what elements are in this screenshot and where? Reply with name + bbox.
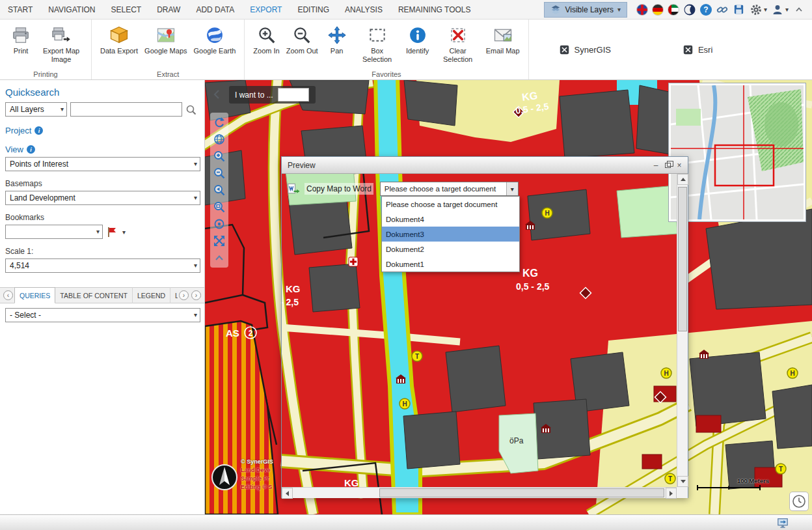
map-label-as-number: 2 bbox=[249, 329, 253, 338]
basemap-select[interactable]: Land Development ▾ bbox=[5, 191, 200, 205]
preview-hscrollbar[interactable] bbox=[282, 487, 677, 498]
zoom-window-icon[interactable] bbox=[211, 200, 227, 214]
settings-menu-button[interactable]: ▾ bbox=[750, 3, 767, 16]
pan-button[interactable]: Pan bbox=[321, 22, 353, 57]
language-flag-uk-icon[interactable] bbox=[636, 4, 648, 16]
tab-queries[interactable]: QUERIES bbox=[14, 287, 55, 303]
hscroll-thumb[interactable] bbox=[379, 488, 664, 497]
center-map-icon[interactable] bbox=[211, 217, 227, 231]
query-select[interactable]: - Select - ▾ bbox=[5, 308, 200, 322]
zoom-in-button[interactable]: Zoom In bbox=[250, 22, 282, 57]
zoom-in-map-icon[interactable] bbox=[211, 149, 227, 163]
esri-brand[interactable]: Esri bbox=[683, 44, 712, 55]
collapse-ribbon-icon[interactable] bbox=[792, 3, 805, 16]
info-icon[interactable]: i bbox=[34, 126, 43, 135]
menu-item-navigation[interactable]: NAVIGATION bbox=[40, 0, 103, 20]
layer-filter-select[interactable]: All Layers ▾ bbox=[5, 102, 67, 117]
user-menu-button[interactable]: ▾ bbox=[771, 3, 789, 16]
preview-vscrollbar[interactable] bbox=[677, 174, 688, 487]
rotate-icon[interactable] bbox=[211, 115, 227, 130]
preview-titlebar[interactable]: Preview – × bbox=[282, 157, 688, 174]
google-earth-icon bbox=[205, 23, 224, 47]
group-label-extract: Extract bbox=[92, 70, 244, 78]
globe-icon[interactable] bbox=[211, 132, 227, 146]
tool-label: Print bbox=[14, 47, 29, 55]
menu-item-editing[interactable]: EDITING bbox=[290, 0, 337, 20]
data-export-button[interactable]: Data Export bbox=[97, 22, 141, 57]
view-select[interactable]: Points of Interest ▾ bbox=[5, 157, 200, 171]
identify-button[interactable]: Identify bbox=[402, 22, 433, 57]
overview-map[interactable] bbox=[669, 83, 805, 221]
clear-selection-button[interactable]: Clear Selection bbox=[433, 22, 483, 64]
collapse-toolbar-icon[interactable] bbox=[211, 251, 227, 265]
map-copyright: © SynerGISLand DeveSample PrEditing © S bbox=[241, 458, 273, 492]
box-selection-button[interactable]: Box Selection bbox=[353, 22, 402, 64]
map-area[interactable]: H H H H T T T KG 0,5 - 2,5 KG 0,5 - 2,5 … bbox=[205, 80, 812, 514]
bookmarks-select[interactable]: ▾ bbox=[5, 225, 103, 239]
night-mode-icon[interactable] bbox=[683, 3, 696, 16]
visible-layers-button[interactable]: Visible Layers ▾ bbox=[544, 2, 627, 18]
google-earth-button[interactable]: Google Earth bbox=[191, 22, 239, 57]
target-document-option-dokument1[interactable]: Dokument1 bbox=[382, 257, 519, 272]
search-icon[interactable] bbox=[185, 104, 196, 115]
vscroll-thumb[interactable] bbox=[678, 187, 687, 331]
scroll-left-button[interactable] bbox=[282, 488, 293, 499]
tabs-scroll-right-button-2[interactable]: › bbox=[191, 290, 201, 300]
bookmark-menu-caret[interactable]: ▾ bbox=[121, 227, 127, 237]
menu-item-export[interactable]: EXPORT bbox=[242, 0, 290, 20]
target-document-option-dokument4[interactable]: Dokument4 bbox=[382, 212, 519, 227]
time-slider-button[interactable] bbox=[789, 492, 809, 511]
menu-item-draw[interactable]: DRAW bbox=[149, 0, 188, 20]
link-icon[interactable] bbox=[716, 3, 729, 16]
info-icon[interactable]: i bbox=[27, 145, 35, 154]
google-maps-button[interactable]: Google Maps bbox=[141, 22, 190, 57]
scale-select[interactable]: 4,514 ▾ bbox=[5, 258, 200, 273]
restore-button[interactable] bbox=[662, 160, 673, 171]
export-map-image-button[interactable]: Export Map Image bbox=[36, 22, 86, 64]
close-button[interactable]: × bbox=[673, 160, 685, 171]
i-want-to-widget[interactable]: I want to ... bbox=[229, 86, 316, 104]
collapse-sidebar-button[interactable] bbox=[211, 89, 223, 100]
language-flag-germany-icon[interactable] bbox=[652, 4, 664, 16]
menu-item-analysis[interactable]: ANALYSIS bbox=[337, 0, 390, 20]
menu-item-start[interactable]: START bbox=[0, 0, 40, 20]
target-document-option-dokument3[interactable]: Dokument3 bbox=[382, 227, 519, 242]
restore-icon bbox=[665, 163, 671, 168]
tool-label: Zoom Out bbox=[286, 47, 318, 55]
tab-legend[interactable]: LEGEND bbox=[133, 287, 170, 303]
dropdown-caret-icon[interactable]: ▾ bbox=[506, 182, 518, 195]
caret-down-icon: ▾ bbox=[194, 311, 197, 318]
target-document-option-dokument2[interactable]: Dokument2 bbox=[382, 242, 519, 257]
brand-label: SynerGIS bbox=[575, 45, 611, 55]
target-document-select[interactable]: Please choose a target document ▾ bbox=[380, 182, 519, 196]
copy-map-to-word-button[interactable]: Copy Map to Word bbox=[304, 183, 373, 195]
synergis-brand[interactable]: SynerGIS bbox=[559, 44, 611, 55]
tabs-scroll-left-button[interactable]: ‹ bbox=[3, 290, 13, 300]
layer-filter-value: All Layers bbox=[10, 105, 44, 114]
print-button[interactable]: Print bbox=[5, 22, 36, 57]
help-icon[interactable]: ? bbox=[700, 4, 712, 16]
menu-item-select[interactable]: SELECT bbox=[103, 0, 149, 20]
target-document-option-please-choose-a-target-document[interactable]: Please choose a target document bbox=[382, 197, 519, 212]
project-label: Project i bbox=[5, 126, 200, 135]
email-map-button[interactable]: Email Map bbox=[483, 22, 523, 57]
save-icon[interactable] bbox=[733, 3, 746, 16]
full-extent-icon[interactable] bbox=[211, 234, 227, 248]
minimize-button[interactable]: – bbox=[650, 160, 662, 171]
tabs-scroll-right-button[interactable]: › bbox=[179, 290, 189, 300]
tab-table-of-content[interactable]: TABLE OF CONTENT bbox=[55, 287, 133, 303]
search-input[interactable] bbox=[70, 102, 182, 117]
zoom-previous-icon[interactable] bbox=[211, 183, 227, 197]
screen-share-icon[interactable] bbox=[777, 517, 789, 529]
tab-l[interactable]: L bbox=[170, 287, 178, 303]
scroll-up-button[interactable] bbox=[677, 174, 688, 185]
scroll-down-button[interactable] bbox=[677, 476, 688, 487]
scroll-right-button[interactable] bbox=[666, 488, 677, 499]
menu-item-remaining-tools[interactable]: REMAINING TOOLS bbox=[390, 0, 479, 20]
language-flag-uae-icon[interactable] bbox=[668, 4, 679, 16]
i-want-to-input[interactable] bbox=[278, 88, 309, 102]
zoom-out-map-icon[interactable] bbox=[211, 166, 227, 180]
bookmark-flag-icon[interactable] bbox=[106, 226, 118, 238]
zoom-out-button[interactable]: Zoom Out bbox=[283, 22, 321, 57]
menu-item-add-data[interactable]: ADD DATA bbox=[188, 0, 242, 20]
